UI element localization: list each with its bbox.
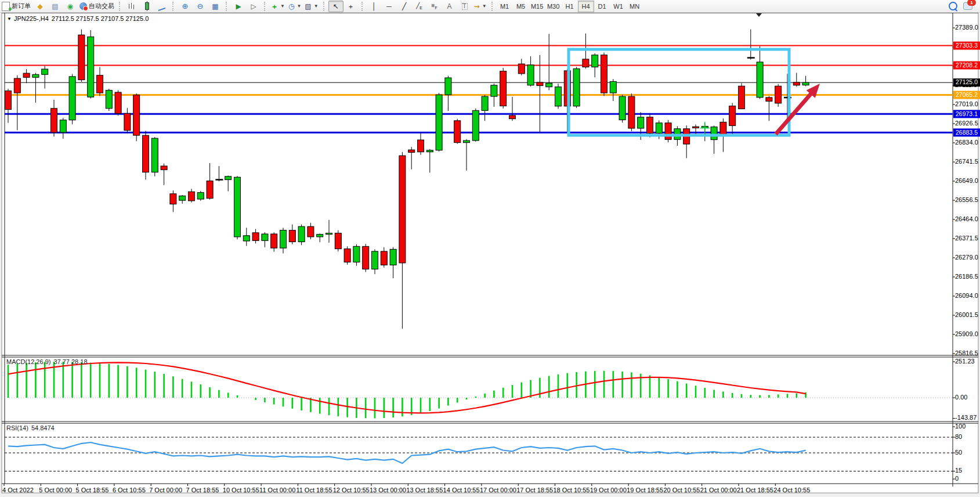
chat-badge: 1 (967, 0, 976, 6)
svg-text:21 Oct 00:00: 21 Oct 00:00 (700, 487, 737, 494)
templates-button[interactable]: ◆ (32, 1, 48, 12)
new-order-icon (2, 2, 10, 11)
timeframe-H4[interactable]: H4 (578, 1, 594, 12)
timeframe-M1[interactable]: M1 (497, 1, 513, 12)
svg-text:5 Oct 00:00: 5 Oct 00:00 (39, 487, 72, 494)
svg-text:26001.5: 26001.5 (955, 311, 978, 318)
svg-text:4 Oct 2022: 4 Oct 2022 (2, 487, 34, 494)
timeframe-M15[interactable]: M15 (529, 1, 545, 12)
trendline-button[interactable]: ╱ (397, 1, 412, 12)
cursor-button[interactable]: ↖ (328, 1, 343, 12)
svg-text:251.23: 251.23 (955, 358, 975, 365)
main-toolbar: 新订单 ◆ ▤ ◉ 自动交易 ⊕ ⊖ ▦ ▶ ▷ ＋▼ ◷▼ ▧▼ ↖ ＋ │ … (0, 0, 980, 13)
mt4-window: 新订单 ◆ ▤ ◉ 自动交易 ⊕ ⊖ ▦ ▶ ▷ ＋▼ ◷▼ ▧▼ ↖ ＋ │ … (0, 0, 980, 497)
svg-text:11 Oct 00:00: 11 Oct 00:00 (259, 487, 295, 494)
svg-text:13 Oct 18:55: 13 Oct 18:55 (406, 487, 443, 494)
line-chart-icon (158, 2, 165, 11)
bar-chart-button[interactable] (124, 1, 139, 12)
fibonacci-button[interactable]: ≡F (427, 1, 442, 12)
zoom-out-button[interactable]: ⊖ (193, 1, 208, 12)
timeframe-MN[interactable]: MN (627, 1, 643, 12)
add-indicator-icon: ＋ (271, 3, 278, 10)
macd-values: 37.77 28.18 (53, 358, 87, 365)
horizontal-line-button[interactable]: ─ (382, 1, 397, 12)
new-order-label: 新订单 (12, 2, 31, 10)
svg-text:24 Oct 10:55: 24 Oct 10:55 (773, 487, 810, 494)
svg-text:-143.87: -143.87 (955, 414, 977, 421)
fibonacci-icon: ≡F (432, 3, 437, 10)
svg-text:17 Oct 18:55: 17 Oct 18:55 (516, 487, 553, 494)
crosshair-button[interactable]: ＋ (343, 1, 359, 12)
timeframe-H1[interactable]: H1 (562, 1, 578, 12)
chat-button[interactable]: 1 (960, 1, 975, 12)
svg-text:20 Oct 10:55: 20 Oct 10:55 (663, 487, 700, 494)
svg-text:5 Oct 18:55: 5 Oct 18:55 (76, 487, 109, 494)
svg-text:0.00: 0.00 (955, 394, 967, 401)
vertical-line-button[interactable]: │ (367, 1, 382, 12)
channel-button[interactable]: ╱E (412, 1, 427, 12)
svg-text:27208.2: 27208.2 (956, 62, 978, 69)
svg-text:25816.5: 25816.5 (955, 350, 978, 356)
arrows-button[interactable]: ⇝▼ (472, 1, 489, 12)
crosshair-icon: ＋ (348, 3, 355, 10)
svg-text:0: 0 (955, 475, 959, 482)
svg-text:6 Oct 10:55: 6 Oct 10:55 (113, 487, 146, 494)
search-button[interactable] (945, 1, 960, 12)
chart-canvas[interactable]: 27389.027296.527204.027111.527019.026926… (0, 12, 980, 497)
auto-scroll-button[interactable]: ▶ (231, 1, 246, 12)
zoom-out-icon: ⊖ (197, 2, 204, 10)
market-watch-button[interactable]: ▤ (48, 1, 63, 12)
zoom-in-button[interactable]: ⊕ (178, 1, 193, 12)
toolbar-separator (323, 2, 327, 11)
chart-shift-icon: ▷ (251, 3, 256, 10)
bar-chart-icon (129, 3, 135, 10)
toolbar-separator (361, 2, 365, 11)
svg-text:17 Oct 00:00: 17 Oct 00:00 (480, 487, 516, 494)
horizontal-line-icon: ─ (386, 3, 392, 10)
line-chart-button[interactable] (154, 1, 169, 12)
symbol-period-label: JPN225-,H4 (14, 15, 49, 22)
svg-text:13 Oct 00:00: 13 Oct 00:00 (370, 487, 406, 494)
autotrading-button[interactable]: 自动交易 (78, 1, 116, 12)
chart-background (2, 13, 978, 493)
svg-text:26834.0: 26834.0 (955, 139, 978, 146)
template-button[interactable]: ▧▼ (303, 1, 320, 12)
svg-text:26371.5: 26371.5 (955, 235, 978, 242)
periods-button[interactable]: ◷▼ (287, 1, 303, 12)
svg-text:19 Oct 18:55: 19 Oct 18:55 (627, 487, 663, 494)
timeframe-M5[interactable]: M5 (513, 1, 529, 12)
svg-text:26973.1: 26973.1 (956, 110, 978, 117)
quote-ohlc: 27112.5 27157.5 27107.5 27125.0 (52, 15, 149, 22)
text-button[interactable]: A (442, 1, 457, 12)
svg-text:26279.0: 26279.0 (955, 254, 978, 261)
tile-windows-button[interactable]: ▦ (208, 1, 223, 12)
search-icon (949, 2, 957, 10)
timeframe-W1[interactable]: W1 (610, 1, 627, 12)
signals-icon: ◉ (67, 3, 73, 10)
signals-button[interactable]: ◉ (63, 1, 78, 12)
toolbar-separator (226, 2, 229, 11)
svg-text:7 Oct 18:55: 7 Oct 18:55 (186, 487, 219, 494)
toolbar-separator (119, 2, 122, 11)
chat-icon: 1 (963, 2, 972, 10)
caret-down-icon: ▼ (280, 3, 285, 9)
timeframe-M30[interactable]: M30 (545, 1, 562, 12)
timeframe-D1[interactable]: D1 (594, 1, 610, 12)
new-order-button[interactable]: 新订单 (0, 1, 32, 12)
candle-chart-button[interactable] (139, 1, 154, 12)
chart-title: ▼JPN225-,H427112.5 27157.5 27107.5 27125… (7, 15, 149, 22)
equidistant-channel-icon: ╱E (416, 3, 422, 10)
svg-text:26649.0: 26649.0 (955, 177, 978, 184)
svg-text:26556.5: 26556.5 (955, 196, 978, 203)
arrow-objects-icon: ⇝ (474, 3, 480, 10)
chart-shift-button[interactable]: ▷ (246, 1, 261, 12)
svg-text:26926.5: 26926.5 (955, 120, 978, 127)
symbol-dropdown-icon[interactable]: ▼ (7, 16, 12, 21)
templates-icon: ◆ (37, 3, 42, 10)
svg-text:18 Oct 10:55: 18 Oct 10:55 (554, 487, 590, 494)
add-indicator-button[interactable]: ＋▼ (269, 1, 287, 12)
text-label-button[interactable]: T (457, 1, 472, 12)
svg-text:27303.3: 27303.3 (956, 42, 978, 49)
caret-down-icon: ▼ (314, 3, 319, 9)
timeframe-bar: M1M5M15M30H1H4D1W1MN (497, 1, 643, 12)
